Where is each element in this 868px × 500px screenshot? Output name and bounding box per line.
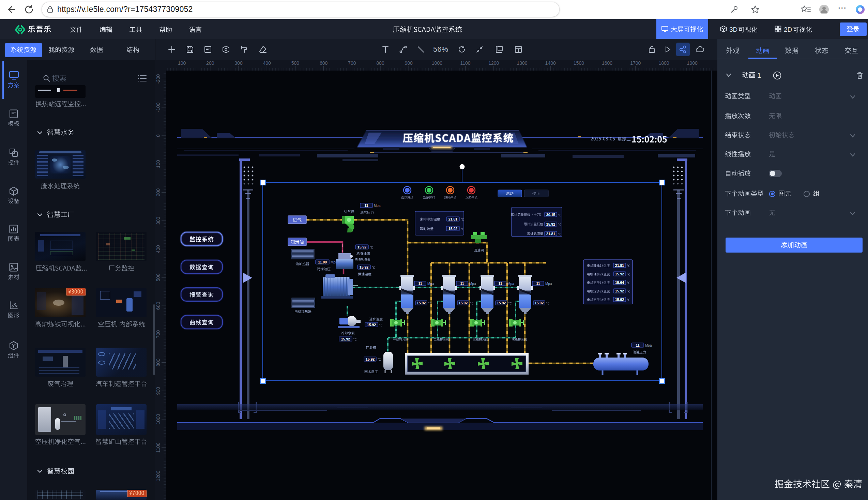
svg-text:1100: 1100 xyxy=(156,442,161,453)
svg-text:Mpa: Mpa xyxy=(469,282,476,286)
svg-text:Mpa: Mpa xyxy=(645,343,652,347)
svg-text:15.92: 15.92 xyxy=(497,301,506,305)
svg-text:1200: 1200 xyxy=(156,471,161,481)
svg-text:100: 100 xyxy=(178,60,186,66)
svg-text:Mpa: Mpa xyxy=(507,282,514,286)
svg-text:900: 900 xyxy=(405,60,413,66)
svg-text:15.92: 15.92 xyxy=(448,227,457,231)
svg-text:200: 200 xyxy=(156,189,161,197)
svg-text:21.81: 21.81 xyxy=(615,263,624,268)
svg-text:15.92: 15.92 xyxy=(615,289,624,293)
svg-text:500: 500 xyxy=(292,60,299,66)
svg-text:1600: 1600 xyxy=(602,60,613,66)
svg-text:Mpa: Mpa xyxy=(427,282,434,286)
svg-text:15.92: 15.92 xyxy=(417,301,426,305)
svg-text:300: 300 xyxy=(235,60,243,66)
svg-text:-200: -200 xyxy=(156,74,161,83)
svg-text:1200: 1200 xyxy=(488,60,499,66)
svg-text:15.92: 15.92 xyxy=(341,337,350,341)
svg-text:700: 700 xyxy=(156,330,161,339)
svg-text:600: 600 xyxy=(320,60,328,66)
svg-text:11: 11 xyxy=(536,282,540,286)
svg-text:800: 800 xyxy=(376,60,385,66)
svg-text:15.92: 15.92 xyxy=(357,245,366,249)
svg-text:1900: 1900 xyxy=(687,60,698,66)
svg-text:600: 600 xyxy=(156,302,161,310)
svg-text:15.92: 15.92 xyxy=(366,357,375,361)
svg-text:1700: 1700 xyxy=(630,60,641,66)
svg-text:400: 400 xyxy=(263,60,271,66)
svg-text:21.81: 21.81 xyxy=(448,217,457,221)
svg-text:700: 700 xyxy=(348,60,356,66)
svg-text:11: 11 xyxy=(364,204,368,207)
svg-text:11: 11 xyxy=(498,282,502,286)
svg-text:800: 800 xyxy=(156,359,161,367)
svg-text:21.81: 21.81 xyxy=(546,232,555,236)
svg-text:1400: 1400 xyxy=(545,60,556,66)
svg-text:15.92: 15.92 xyxy=(535,301,544,305)
svg-text:1800: 1800 xyxy=(659,60,669,66)
svg-text:30.15: 30.15 xyxy=(546,213,555,217)
svg-text:400: 400 xyxy=(156,245,161,253)
svg-text:-100: -100 xyxy=(156,103,161,112)
svg-text:15.92: 15.92 xyxy=(615,297,624,302)
svg-text:1100: 1100 xyxy=(460,60,471,66)
svg-text:Mpa: Mpa xyxy=(545,282,552,286)
svg-text:11: 11 xyxy=(460,282,464,286)
svg-text:100: 100 xyxy=(156,160,161,168)
svg-text:15.92: 15.92 xyxy=(459,301,468,305)
svg-text:300: 300 xyxy=(156,217,161,225)
svg-text:15.64: 15.64 xyxy=(615,281,624,285)
svg-text:Mpa: Mpa xyxy=(374,204,381,207)
svg-text:15.92: 15.92 xyxy=(359,265,368,269)
svg-text:15.92: 15.92 xyxy=(367,323,376,327)
svg-text:11: 11 xyxy=(636,343,639,347)
svg-text:900: 900 xyxy=(156,387,161,395)
svg-text:15.92: 15.92 xyxy=(615,272,624,276)
svg-text:1000: 1000 xyxy=(432,60,442,66)
svg-text:15.92: 15.92 xyxy=(546,222,555,226)
svg-text:1000: 1000 xyxy=(156,414,161,424)
svg-text:200: 200 xyxy=(206,60,214,66)
svg-text:1500: 1500 xyxy=(573,60,584,66)
svg-text:0: 0 xyxy=(156,134,161,137)
svg-text:11.00: 11.00 xyxy=(318,260,327,264)
svg-text:500: 500 xyxy=(156,273,161,282)
svg-text:11: 11 xyxy=(418,282,422,286)
svg-text:1300: 1300 xyxy=(517,60,527,66)
